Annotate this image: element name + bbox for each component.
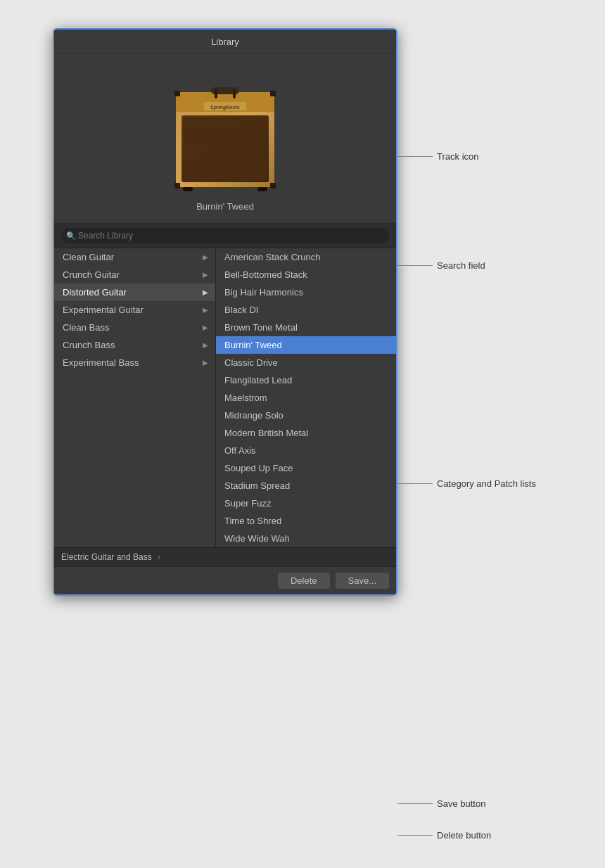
chevron-icon: ▶ [203, 324, 208, 331]
page-wrapper: Library [53, 28, 552, 868]
svg-rect-6 [183, 117, 267, 181]
svg-rect-29 [270, 183, 276, 189]
chevron-icon: ▶ [203, 253, 208, 261]
patch-item[interactable]: Super Fuzz [216, 494, 396, 512]
patch-item[interactable]: Classic Drive [216, 354, 396, 371]
search-field-annotation: Search field [397, 260, 485, 271]
category-patch-annotation: Category and Patch lists [397, 478, 536, 489]
patch-label: Wide Wide Wah [224, 533, 290, 544]
patch-item[interactable]: Maelstrom [216, 389, 396, 407]
patch-label: Modern British Metal [224, 428, 308, 438]
patch-item[interactable]: Black DI [216, 301, 396, 319]
patch-item[interactable]: Burnin' Tweed [216, 336, 396, 354]
category-label: Crunch Guitar [63, 269, 120, 280]
patch-label: Big Hair Harmonics [224, 287, 303, 298]
save-button-annotation: Save button [397, 798, 485, 809]
svg-rect-26 [174, 91, 180, 96]
patch-item[interactable]: American Stack Crunch [216, 248, 396, 266]
patch-label: Maelstrom [224, 392, 267, 403]
button-bar: Delete Save... [54, 566, 396, 594]
library-panel: Library [53, 28, 397, 596]
footer-path: Electric Guitar and Bass › [61, 552, 389, 562]
preview-area: SpringRoots Burnin' Tweed [54, 53, 396, 224]
category-label: Crunch Bass [63, 340, 115, 350]
track-icon-label: Track icon [437, 151, 478, 162]
svg-rect-30 [183, 187, 193, 191]
patch-item[interactable]: Flangilated Lead [216, 371, 396, 389]
category-list: Clean Guitar▶Crunch Guitar▶Distorted Gui… [54, 248, 216, 547]
footer-arrow: › [158, 552, 160, 562]
annotations-panel: Track icon Search field Category and Pat… [397, 28, 552, 868]
category-patch-line [397, 483, 433, 484]
category-item[interactable]: Distorted Guitar▶ [54, 283, 215, 301]
patch-label: Super Fuzz [224, 498, 271, 509]
svg-rect-3 [215, 89, 217, 98]
patch-item[interactable]: Midrange Solo [216, 407, 396, 424]
search-icon: 🔍 [66, 231, 76, 241]
patch-item[interactable]: Stadium Spread [216, 477, 396, 494]
svg-rect-4 [233, 89, 236, 98]
search-bar: 🔍 [54, 224, 396, 248]
save-button-line [397, 803, 433, 804]
patch-label: Black DI [224, 305, 258, 315]
save-button[interactable]: Save... [336, 573, 389, 589]
category-label: Experimental Bass [63, 357, 139, 368]
delete-button-line [397, 835, 433, 836]
delete-button-annotation: Delete button [397, 830, 491, 841]
footer-bar: Electric Guitar and Bass › [54, 547, 396, 566]
preset-name: Burnin' Tweed [196, 201, 254, 212]
search-field-label: Search field [437, 260, 485, 271]
patch-item[interactable]: Time to Shred [216, 512, 396, 530]
delete-button-label: Delete button [437, 830, 491, 841]
patch-item[interactable]: Brown Tone Metal [216, 319, 396, 336]
category-item[interactable]: Clean Guitar▶ [54, 248, 215, 266]
patch-label: Midrange Solo [224, 410, 284, 421]
patch-label: Brown Tone Metal [224, 322, 298, 333]
category-item[interactable]: Clean Bass▶ [54, 319, 215, 336]
patch-item[interactable]: Off Axis [216, 442, 396, 459]
track-icon-annotation: Track icon [397, 151, 478, 162]
svg-rect-28 [174, 183, 180, 189]
chevron-icon: ▶ [203, 288, 208, 296]
patch-item[interactable]: Big Hair Harmonics [216, 283, 396, 301]
patch-label: Time to Shred [224, 516, 281, 526]
patch-label: Flangilated Lead [224, 375, 292, 385]
svg-rect-27 [270, 91, 276, 96]
search-field-line [397, 265, 433, 266]
patch-label: Burnin' Tweed [224, 340, 282, 350]
delete-button[interactable]: Delete [278, 573, 330, 589]
category-label: Distorted Guitar [63, 287, 127, 298]
category-item[interactable]: Crunch Guitar▶ [54, 266, 215, 283]
amp-svg: SpringRoots [162, 68, 288, 194]
amp-image: SpringRoots [162, 68, 288, 194]
search-input[interactable] [61, 228, 389, 243]
chevron-icon: ▶ [203, 341, 208, 349]
track-icon-line [397, 156, 433, 157]
lists-container: Clean Guitar▶Crunch Guitar▶Distorted Gui… [54, 248, 396, 547]
category-item[interactable]: Crunch Bass▶ [54, 336, 215, 354]
category-item[interactable]: Experimental Bass▶ [54, 354, 215, 371]
patch-label: Souped Up Face [224, 463, 293, 473]
patch-item[interactable]: Souped Up Face [216, 459, 396, 477]
category-label: Clean Guitar [63, 252, 114, 262]
chevron-icon: ▶ [203, 306, 208, 314]
svg-rect-31 [257, 187, 267, 191]
chevron-icon: ▶ [203, 271, 208, 279]
patch-label: Bell-Bottomed Stack [224, 269, 307, 280]
title-bar: Library [54, 30, 396, 53]
patch-item[interactable]: Modern British Metal [216, 424, 396, 442]
footer-path-text: Electric Guitar and Bass [61, 552, 152, 562]
title-text: Library [211, 37, 239, 47]
patch-item[interactable]: Wide Wide Wah [216, 530, 396, 547]
patch-item[interactable]: Bell-Bottomed Stack [216, 266, 396, 283]
svg-text:SpringRoots: SpringRoots [210, 105, 240, 110]
patch-label: Off Axis [224, 445, 256, 456]
patch-label: Stadium Spread [224, 480, 290, 491]
chevron-icon: ▶ [203, 359, 208, 366]
patch-list: American Stack CrunchBell-Bottomed Stack… [216, 248, 396, 547]
save-button-label: Save button [437, 798, 485, 809]
category-item[interactable]: Experimental Guitar▶ [54, 301, 215, 319]
patch-label: Classic Drive [224, 357, 278, 368]
category-patch-label: Category and Patch lists [437, 478, 536, 489]
category-label: Clean Bass [63, 322, 109, 333]
